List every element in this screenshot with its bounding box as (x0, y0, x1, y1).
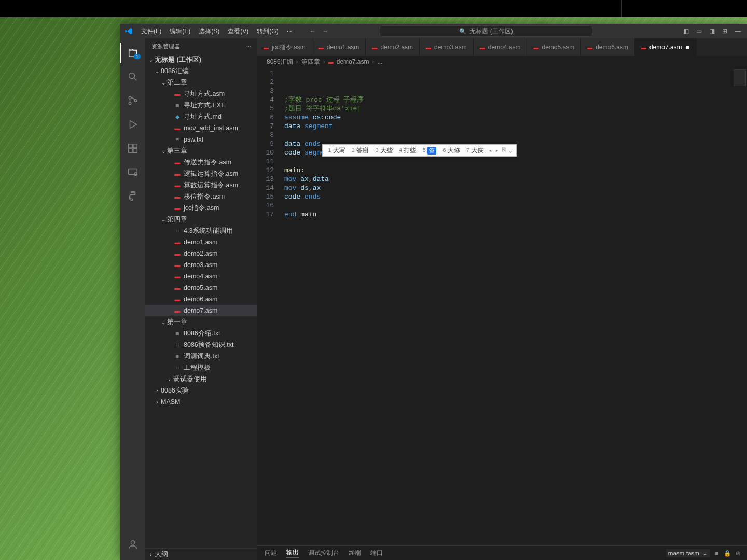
activity-account-icon[interactable] (120, 534, 145, 555)
tree-file[interactable]: ▬算数运算指令.asm (145, 179, 257, 191)
layout-sidebar-right-icon[interactable]: ◨ (707, 26, 717, 36)
layout-sidebar-left-icon[interactable]: ◧ (681, 26, 691, 36)
ime-expand-icon[interactable]: ⌄ (507, 147, 514, 155)
outline-section[interactable]: ›大纲 (145, 549, 257, 560)
tree-file[interactable]: ≡寻址方式.EXE (145, 100, 257, 111)
ime-candidate[interactable]: 4打些 (396, 146, 420, 155)
menu-select[interactable]: 选择(S) (196, 27, 223, 36)
menu-file[interactable]: 文件(F) (138, 27, 164, 36)
code-content[interactable]: ;字数 proc 过程 子程序;题目 将字符串da'xie|assume cs:… (280, 67, 747, 545)
nav-forward-icon[interactable]: → (320, 26, 330, 36)
menu-goto[interactable]: 转到(G) (254, 27, 281, 36)
ime-prev-icon[interactable]: ◂ (487, 147, 493, 155)
breadcrumbs[interactable]: 8086汇编› 第四章› ▬demo7.asm› ... (257, 56, 747, 67)
panel-tab-debug[interactable]: 调试控制台 (308, 549, 339, 557)
ime-tool-icon[interactable]: ⎘ (501, 147, 507, 154)
ime-next-icon[interactable]: ▸ (494, 147, 501, 155)
activity-explorer-icon[interactable]: 1 (120, 43, 145, 63)
tree-file[interactable]: ▬jcc指令.asm (145, 202, 257, 214)
menu-edit[interactable]: 编辑(E) (167, 27, 193, 36)
panel-lock-icon[interactable]: 🔒 (724, 550, 731, 557)
panel-tab-problems[interactable]: 问题 (265, 549, 277, 557)
ime-candidate-popup[interactable]: 1大写2答谢3大些4打些5答6大修7大侠◂ ▸ ⎘ ⌄ (322, 144, 517, 157)
editor-tab-active[interactable]: ▬demo7.asm● (635, 38, 697, 56)
panel-clear-icon[interactable]: ⎚ (736, 550, 740, 556)
svg-point-10 (131, 541, 134, 544)
editor-area: ▬jcc指令.asm ▬demo1.asm ▬demo2.asm ▬demo3.… (257, 38, 747, 560)
tree-file[interactable]: ▬demo5.asm (145, 282, 257, 293)
ime-candidate[interactable]: 7大侠 (463, 146, 487, 155)
ime-candidate[interactable]: 2答谢 (349, 146, 372, 155)
panel-filter-icon[interactable]: ≡ (715, 550, 718, 556)
editor-tab[interactable]: ▬demo6.asm (581, 38, 635, 56)
window-minimize-icon[interactable]: — (732, 26, 743, 36)
tree-file[interactable]: ≡词源词典.txt (145, 351, 257, 362)
svg-point-0 (129, 73, 135, 79)
panel-tab-output[interactable]: 输出 (286, 549, 299, 558)
sidebar-title: 资源管理器 (151, 43, 180, 50)
explorer-badge: 1 (134, 54, 141, 59)
file-tree: ⌄无标题 (工作区) ⌄8086汇编 ⌄第二章 ▬寻址方式.asm ≡寻址方式.… (145, 54, 257, 548)
tree-file[interactable]: ▬mov_add_inst.asm (145, 122, 257, 134)
output-channel-select[interactable]: masm-tasm ⌄ (666, 549, 710, 557)
tree-folder[interactable]: ›MASM (145, 396, 257, 408)
ime-candidate[interactable]: 3大些 (372, 146, 396, 155)
tree-file[interactable]: ▬demo1.asm (145, 236, 257, 248)
vscode-window: 文件(F) 编辑(E) 选择(S) 查看(V) 转到(G) ··· ← → 🔍 … (120, 24, 747, 560)
code-editor[interactable]: 1234567891011121314151617 ;字数 proc 过程 子程… (257, 67, 747, 545)
screen-top-bar (0, 0, 747, 17)
panel-tab-terminal[interactable]: 终端 (349, 549, 361, 557)
panel-tab-ports[interactable]: 端口 (370, 549, 383, 557)
command-center[interactable]: 🔍 无标题 (工作区) (380, 25, 592, 37)
tree-file[interactable]: ▬demo4.asm (145, 271, 257, 282)
activity-python-icon[interactable] (120, 186, 145, 206)
folder-8086[interactable]: ⌄8086汇编 (145, 65, 257, 77)
activity-extensions-icon[interactable] (120, 138, 145, 159)
modified-dot-icon: ● (685, 43, 690, 51)
activity-source-control-icon[interactable] (120, 90, 145, 111)
tree-file[interactable]: ≡psw.txt (145, 134, 257, 145)
folder-ch1[interactable]: ⌄第一章 (145, 316, 257, 328)
activity-run-debug-icon[interactable] (120, 114, 145, 135)
tree-file[interactable]: ▬demo6.asm (145, 293, 257, 305)
minimap[interactable] (734, 69, 746, 86)
tree-file-active[interactable]: ▬demo7.asm (145, 305, 257, 316)
workspace-root[interactable]: ⌄无标题 (工作区) (145, 54, 257, 65)
editor-tab[interactable]: ▬demo2.asm (366, 38, 420, 56)
nav-back-icon[interactable]: ← (308, 26, 318, 36)
ime-candidate[interactable]: 6大修 (439, 146, 463, 155)
tree-file[interactable]: ◆寻址方式.md (145, 111, 257, 122)
tree-file[interactable]: ≡8086预备知识.txt (145, 339, 257, 351)
tree-folder[interactable]: ›8086实验 (145, 385, 257, 396)
menu-more[interactable]: ··· (284, 27, 295, 35)
tree-file[interactable]: ▬逻辑运算指令.asm (145, 168, 257, 179)
folder-ch2[interactable]: ⌄第二章 (145, 77, 257, 88)
tree-folder[interactable]: ›调试器使用 (145, 373, 257, 385)
tree-file[interactable]: ▬demo3.asm (145, 259, 257, 271)
layout-customize-icon[interactable]: ⊞ (720, 26, 729, 36)
tree-file[interactable]: ≡8086介绍.txt (145, 328, 257, 339)
sidebar-more-icon[interactable]: ··· (246, 43, 251, 49)
folder-ch3[interactable]: ⌄第三章 (145, 145, 257, 157)
editor-tab[interactable]: ▬demo5.asm (527, 38, 581, 56)
line-numbers: 1234567891011121314151617 (257, 67, 280, 545)
editor-tab[interactable]: ▬demo4.asm (474, 38, 528, 56)
tree-file[interactable]: ▬demo2.asm (145, 248, 257, 259)
activity-search-icon[interactable] (120, 66, 145, 87)
ime-candidate[interactable]: 5答 (419, 147, 439, 155)
tree-file[interactable]: ▬寻址方式.asm (145, 88, 257, 100)
activity-remote-icon[interactable] (120, 162, 145, 183)
editor-tab[interactable]: ▬jcc指令.asm (257, 38, 312, 56)
tree-file[interactable]: ▬传送类指令.asm (145, 157, 257, 168)
search-placeholder: 无标题 (工作区) (469, 27, 513, 36)
vscode-logo-icon (125, 27, 133, 35)
layout-panel-icon[interactable]: ▭ (694, 26, 704, 36)
ime-candidate[interactable]: 1大写 (325, 146, 349, 155)
editor-tab[interactable]: ▬demo1.asm (312, 38, 366, 56)
tree-file[interactable]: ≡4.3系统功能调用 (145, 225, 257, 236)
folder-ch4[interactable]: ⌄第四章 (145, 214, 257, 225)
tree-file[interactable]: ≡工程模板 (145, 362, 257, 373)
tree-file[interactable]: ▬移位指令.asm (145, 191, 257, 202)
editor-tab[interactable]: ▬demo3.asm (420, 38, 474, 56)
menu-view[interactable]: 查看(V) (225, 27, 252, 36)
